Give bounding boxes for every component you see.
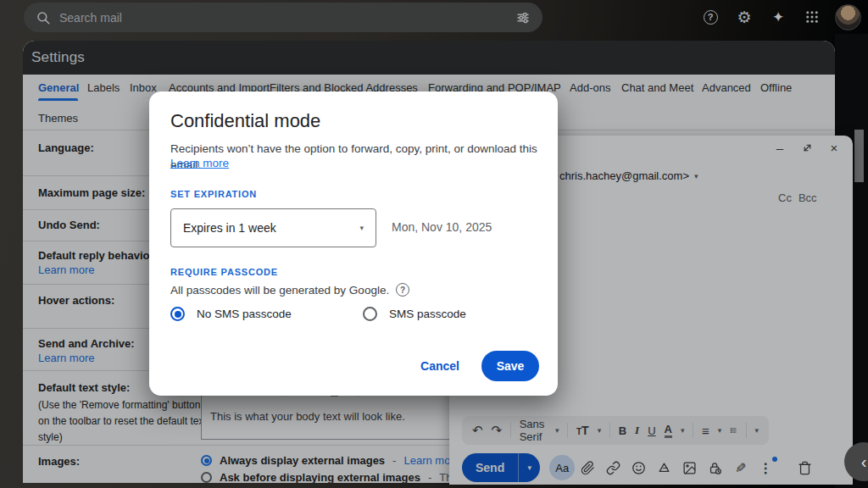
confidential-mode-dialog: Confidential mode Recipients won’t have …: [149, 92, 558, 396]
learn-more-link[interactable]: Learn more: [170, 157, 229, 169]
dialog-actions: Cancel Save: [420, 351, 539, 381]
radio-unselected-icon: [363, 307, 377, 321]
expiration-select[interactable]: Expires in 1 week ▾: [170, 208, 376, 247]
cancel-button[interactable]: Cancel: [420, 359, 459, 373]
screen: ? ⚙ ✦ Settings General Labels Inbox Acco…: [0, 0, 868, 488]
radio-sms-passcode[interactable]: SMS passcode: [363, 307, 466, 321]
set-expiration-label: SET EXPIRATION: [170, 189, 257, 199]
require-passcode-label: REQUIRE PASSCODE: [170, 267, 278, 277]
save-button[interactable]: Save: [481, 351, 539, 381]
radio-no-sms-passcode[interactable]: No SMS passcode: [170, 307, 292, 321]
radio-selected-icon: [170, 307, 185, 321]
expiration-date: Mon, Nov 10, 2025: [392, 220, 492, 234]
chevron-down-icon: ▾: [359, 224, 364, 232]
passcode-note: All passcodes will be generated by Googl…: [170, 283, 409, 297]
dialog-title: Confidential mode: [170, 110, 320, 132]
help-icon[interactable]: ?: [396, 283, 409, 297]
